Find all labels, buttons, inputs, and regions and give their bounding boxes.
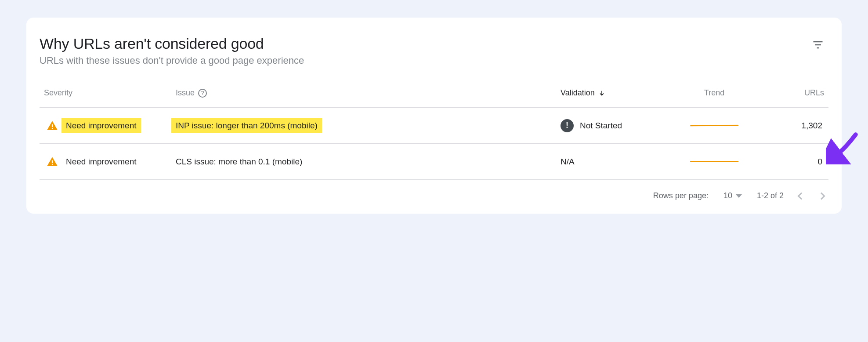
help-icon[interactable]: ?	[198, 89, 207, 98]
rows-per-page-select[interactable]: 10	[723, 191, 742, 200]
card-title: Why URLs aren't considered good	[40, 35, 304, 52]
header-text-block: Why URLs aren't considered good URLs wit…	[40, 35, 304, 66]
severity-text: Need improvement	[61, 118, 141, 133]
sort-down-icon	[598, 90, 605, 97]
card-header: Why URLs aren't considered good URLs wit…	[40, 35, 828, 66]
urls-cell: 0	[758, 157, 824, 167]
issue-cell: INP issue: longer than 200ms (mobile)	[176, 121, 561, 131]
svg-rect-0	[52, 124, 53, 127]
card-subtitle: URLs with these issues don't provide a g…	[40, 55, 304, 66]
col-header-issue: Issue ?	[176, 88, 561, 98]
trend-sparkline	[690, 161, 738, 163]
col-header-severity: Severity	[44, 88, 176, 98]
table-row[interactable]: Need improvement CLS issue: more than 0.…	[40, 144, 828, 180]
warning-icon	[47, 120, 58, 131]
table-header-row: Severity Issue ? Validation Trend URLs	[40, 88, 828, 108]
trend-sparkline	[690, 125, 738, 127]
col-header-trend: Trend	[670, 88, 758, 98]
prev-page-button[interactable]	[798, 192, 805, 200]
table-row[interactable]: Need improvement INP issue: longer than …	[40, 108, 828, 144]
severity-cell: Need improvement	[44, 156, 176, 167]
issue-cell: CLS issue: more than 0.1 (mobile)	[176, 157, 561, 167]
trend-cell	[670, 161, 758, 163]
validation-cell: ! Not Started	[561, 119, 670, 132]
pagination-bar: Rows per page: 10 1-2 of 2	[40, 180, 828, 205]
next-page-button[interactable]	[818, 192, 825, 200]
not-started-icon: !	[561, 119, 574, 132]
issues-card: Why URLs aren't considered good URLs wit…	[26, 18, 842, 214]
col-header-issue-label: Issue	[176, 88, 195, 98]
validation-text: Not Started	[580, 121, 622, 131]
issue-text: INP issue: longer than 200ms (mobile)	[171, 118, 322, 133]
trend-cell	[670, 125, 758, 127]
severity-text: Need improvement	[66, 157, 137, 167]
col-header-validation[interactable]: Validation	[561, 88, 670, 98]
filter-icon[interactable]	[812, 39, 824, 51]
svg-rect-1	[52, 128, 53, 129]
range-label: 1-2 of 2	[757, 191, 784, 200]
col-header-validation-label: Validation	[561, 88, 595, 98]
rows-per-page-label: Rows per page:	[653, 191, 709, 200]
issues-table: Severity Issue ? Validation Trend URLs N…	[40, 88, 828, 180]
severity-cell: Need improvement	[44, 118, 176, 133]
urls-cell: 1,302	[758, 121, 824, 131]
warning-icon	[47, 156, 58, 167]
validation-text: N/A	[561, 157, 575, 167]
svg-rect-3	[52, 164, 53, 165]
col-header-urls: URLs	[758, 88, 824, 98]
svg-rect-2	[52, 160, 53, 163]
validation-cell: N/A	[561, 157, 670, 167]
rows-per-page-value: 10	[723, 191, 732, 200]
chevron-down-icon	[736, 194, 742, 198]
annotation-arrow	[826, 129, 861, 164]
